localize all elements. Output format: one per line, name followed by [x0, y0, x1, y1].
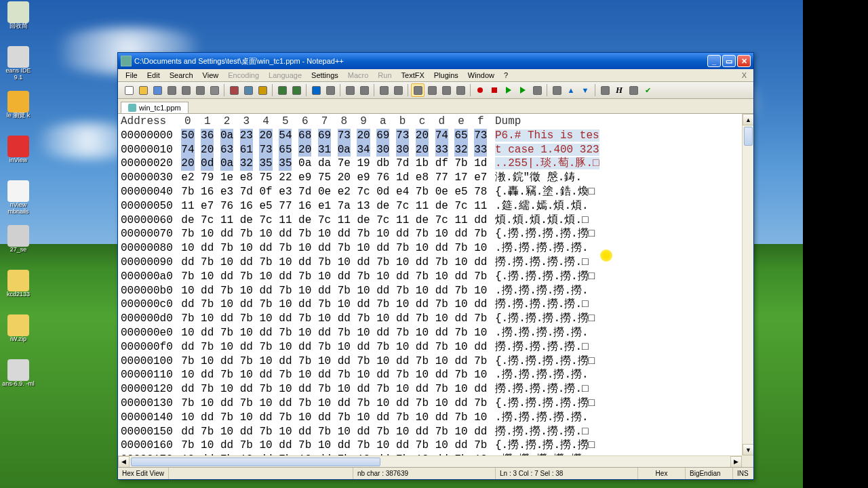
close-button[interactable]	[179, 83, 193, 97]
letterbox-right	[803, 0, 868, 488]
hidden-button[interactable]	[425, 83, 439, 97]
status-hex: Hex	[638, 468, 686, 479]
desktop-icons: 回收筒eans IDE 9.1le 瀏覽 kinViewnView mbnail…	[1, 1, 35, 404]
sort-button[interactable]	[598, 83, 612, 97]
undo-button[interactable]	[275, 83, 289, 97]
scroll-h-thumb[interactable]	[131, 458, 380, 466]
outdent-l-button[interactable]	[550, 83, 564, 97]
menu-macro: Macro	[343, 70, 374, 81]
desktop-icon[interactable]: eans IDE 9.1	[1, 46, 35, 87]
wrap-button[interactable]	[411, 83, 425, 97]
open-button[interactable]	[136, 83, 150, 97]
hex-editor[interactable]: Address 0123456789abcdefDump00000000 503…	[118, 114, 753, 467]
scroll-right-button[interactable]: ▶	[730, 456, 742, 468]
menu-plugins[interactable]: Plugins	[429, 70, 463, 81]
down-button[interactable]: ▼	[578, 83, 592, 97]
play-multi-button[interactable]	[516, 83, 530, 97]
horizontal-scrollbar[interactable]: ◀ ▶	[118, 455, 742, 467]
zoom-out-button[interactable]	[357, 83, 371, 97]
scroll-up-button[interactable]: ▲	[743, 114, 753, 125]
menu-run: Run	[373, 70, 396, 81]
desktop-icon[interactable]: iW.zip	[1, 314, 35, 355]
zoom-in-button[interactable]	[343, 83, 357, 97]
menu-file[interactable]: File	[121, 70, 142, 81]
statusbar: Hex Edit View nb char : 387639 Ln : 3 Co…	[118, 467, 753, 479]
desktop-icon[interactable]: 回收筒	[1, 1, 35, 42]
tab-bar: win_tc1.ppm	[118, 99, 753, 114]
desktop-icon[interactable]: le 瀏覽 k	[1, 91, 35, 131]
desktop-icon[interactable]: nView mbnails	[1, 180, 35, 221]
toolbar: ▲▼H✔	[118, 82, 753, 99]
copy-button[interactable]	[241, 83, 255, 97]
scroll-down-button[interactable]: ▼	[743, 444, 753, 455]
up-button[interactable]: ▲	[564, 83, 578, 97]
status-ins: INS	[733, 468, 753, 479]
menu-view[interactable]: View	[198, 70, 224, 81]
redo-button[interactable]	[290, 83, 303, 97]
sync-v-button[interactable]	[377, 83, 391, 97]
play-button[interactable]	[502, 83, 515, 97]
stop-button[interactable]	[488, 83, 501, 97]
app-icon	[121, 56, 132, 66]
menu-search[interactable]: Search	[165, 70, 198, 81]
desktop-icon[interactable]: inView	[1, 136, 35, 176]
sync-h-button[interactable]	[391, 83, 405, 97]
minimize-button[interactable]: _	[707, 55, 721, 67]
menu-encoding: Encoding	[223, 70, 264, 81]
titlebar[interactable]: C:\Documents and Settings\test\桌面\win_tc…	[118, 53, 753, 69]
menubar: FileEditSearchViewEncodingLanguageSettin…	[118, 69, 753, 82]
new-button[interactable]	[122, 83, 136, 97]
print-button[interactable]	[208, 83, 221, 97]
tick-button[interactable]: ✔	[641, 83, 654, 97]
eol-button[interactable]	[454, 83, 467, 97]
menu-textfx[interactable]: TextFX	[397, 70, 429, 81]
file-tab[interactable]: win_tc1.ppm	[121, 102, 189, 113]
menu-window[interactable]: Window	[463, 70, 499, 81]
menu-language: Language	[264, 70, 307, 81]
paste-button[interactable]	[256, 83, 269, 97]
desktop-icon[interactable]: ans-6.9. -ml	[1, 359, 35, 400]
save-macro-button[interactable]	[530, 83, 544, 97]
close-all-button[interactable]	[193, 83, 207, 97]
menu-edit[interactable]: Edit	[142, 70, 165, 81]
window-title: C:\Documents and Settings\test\桌面\win_tc…	[134, 56, 344, 66]
rec-button[interactable]	[473, 83, 487, 97]
scroll-left-button[interactable]: ◀	[118, 456, 130, 468]
find-button[interactable]	[309, 83, 323, 97]
status-endian: BigEndian	[686, 468, 733, 479]
mdi-close-button[interactable]: X	[738, 71, 751, 79]
vertical-scrollbar[interactable]: ▲ ▼	[742, 114, 753, 467]
scroll-thumb[interactable]	[744, 127, 753, 146]
desktop-icon[interactable]: kcd2133	[1, 270, 35, 310]
save-all-button[interactable]	[165, 83, 178, 97]
status-pos: Ln : 3 Col : 7 Sel : 38	[496, 468, 638, 479]
file-icon	[128, 104, 136, 112]
replace-button[interactable]	[323, 83, 337, 97]
scroll-corner	[742, 455, 753, 467]
menu-?[interactable]: ?	[499, 70, 513, 81]
tab-label: win_tc1.ppm	[139, 104, 181, 112]
status-chars: nb char : 387639	[353, 468, 496, 479]
indent-button[interactable]	[439, 83, 453, 97]
spell-button[interactable]	[627, 83, 640, 97]
status-mode: Hex Edit View	[118, 468, 169, 479]
notepad-plus-plus-window: C:\Documents and Settings\test\桌面\win_tc…	[117, 52, 754, 480]
cut-button[interactable]	[227, 83, 241, 97]
maximize-button[interactable]: ▭	[722, 55, 736, 67]
desktop-icon[interactable]: 27_se	[1, 225, 35, 266]
H-button[interactable]: H	[612, 83, 626, 97]
menu-settings[interactable]: Settings	[307, 70, 343, 81]
save-button[interactable]	[151, 83, 164, 97]
close-button[interactable]: ✕	[737, 55, 751, 67]
